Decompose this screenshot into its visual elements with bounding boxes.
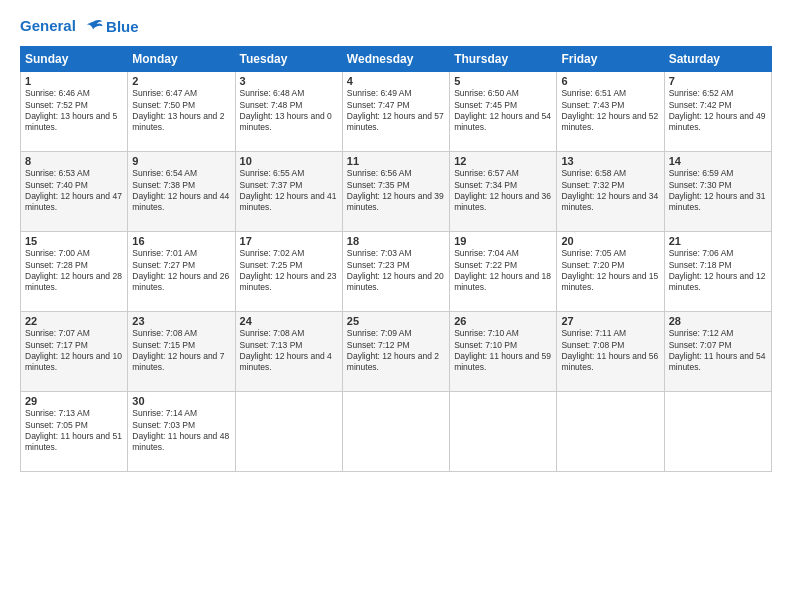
day-info: Sunrise: 7:01 AM Sunset: 7:27 PM Dayligh… (132, 248, 230, 294)
calendar-cell: 13 Sunrise: 6:58 AM Sunset: 7:32 PM Dayl… (557, 152, 664, 232)
calendar-cell: 18 Sunrise: 7:03 AM Sunset: 7:23 PM Dayl… (342, 232, 449, 312)
calendar-cell: 21 Sunrise: 7:06 AM Sunset: 7:18 PM Dayl… (664, 232, 771, 312)
calendar-cell: 29 Sunrise: 7:13 AM Sunset: 7:05 PM Dayl… (21, 392, 128, 472)
day-info: Sunrise: 6:56 AM Sunset: 7:35 PM Dayligh… (347, 168, 445, 214)
day-number: 19 (454, 235, 552, 247)
day-number: 1 (25, 75, 123, 87)
day-number: 18 (347, 235, 445, 247)
day-info: Sunrise: 7:08 AM Sunset: 7:13 PM Dayligh… (240, 328, 338, 374)
day-number: 3 (240, 75, 338, 87)
day-info: Sunrise: 7:04 AM Sunset: 7:22 PM Dayligh… (454, 248, 552, 294)
calendar-cell (557, 392, 664, 472)
logo-general: General (20, 17, 76, 34)
day-number: 7 (669, 75, 767, 87)
calendar-cell: 6 Sunrise: 6:51 AM Sunset: 7:43 PM Dayli… (557, 72, 664, 152)
calendar-cell: 26 Sunrise: 7:10 AM Sunset: 7:10 PM Dayl… (450, 312, 557, 392)
day-info: Sunrise: 6:49 AM Sunset: 7:47 PM Dayligh… (347, 88, 445, 134)
col-header-sunday: Sunday (21, 47, 128, 72)
logo-blue: Blue (106, 19, 139, 36)
day-number: 5 (454, 75, 552, 87)
col-header-wednesday: Wednesday (342, 47, 449, 72)
day-number: 26 (454, 315, 552, 327)
calendar-cell: 14 Sunrise: 6:59 AM Sunset: 7:30 PM Dayl… (664, 152, 771, 232)
calendar-cell: 12 Sunrise: 6:57 AM Sunset: 7:34 PM Dayl… (450, 152, 557, 232)
calendar-cell: 25 Sunrise: 7:09 AM Sunset: 7:12 PM Dayl… (342, 312, 449, 392)
day-number: 23 (132, 315, 230, 327)
day-info: Sunrise: 7:12 AM Sunset: 7:07 PM Dayligh… (669, 328, 767, 374)
day-info: Sunrise: 6:59 AM Sunset: 7:30 PM Dayligh… (669, 168, 767, 214)
calendar-cell: 7 Sunrise: 6:52 AM Sunset: 7:42 PM Dayli… (664, 72, 771, 152)
day-number: 15 (25, 235, 123, 247)
calendar-cell: 30 Sunrise: 7:14 AM Sunset: 7:03 PM Dayl… (128, 392, 235, 472)
day-info: Sunrise: 7:11 AM Sunset: 7:08 PM Dayligh… (561, 328, 659, 374)
day-info: Sunrise: 6:50 AM Sunset: 7:45 PM Dayligh… (454, 88, 552, 134)
day-number: 2 (132, 75, 230, 87)
day-info: Sunrise: 6:53 AM Sunset: 7:40 PM Dayligh… (25, 168, 123, 214)
day-number: 22 (25, 315, 123, 327)
logo-bird-icon (82, 18, 104, 36)
day-info: Sunrise: 7:14 AM Sunset: 7:03 PM Dayligh… (132, 408, 230, 454)
calendar-table: SundayMondayTuesdayWednesdayThursdayFrid… (20, 46, 772, 472)
day-number: 28 (669, 315, 767, 327)
calendar-cell: 16 Sunrise: 7:01 AM Sunset: 7:27 PM Dayl… (128, 232, 235, 312)
day-info: Sunrise: 7:10 AM Sunset: 7:10 PM Dayligh… (454, 328, 552, 374)
day-number: 13 (561, 155, 659, 167)
calendar-cell: 17 Sunrise: 7:02 AM Sunset: 7:25 PM Dayl… (235, 232, 342, 312)
day-info: Sunrise: 7:03 AM Sunset: 7:23 PM Dayligh… (347, 248, 445, 294)
calendar-cell: 9 Sunrise: 6:54 AM Sunset: 7:38 PM Dayli… (128, 152, 235, 232)
calendar-cell: 15 Sunrise: 7:00 AM Sunset: 7:28 PM Dayl… (21, 232, 128, 312)
day-info: Sunrise: 7:00 AM Sunset: 7:28 PM Dayligh… (25, 248, 123, 294)
calendar-cell: 27 Sunrise: 7:11 AM Sunset: 7:08 PM Dayl… (557, 312, 664, 392)
day-info: Sunrise: 6:52 AM Sunset: 7:42 PM Dayligh… (669, 88, 767, 134)
day-number: 17 (240, 235, 338, 247)
day-info: Sunrise: 7:09 AM Sunset: 7:12 PM Dayligh… (347, 328, 445, 374)
day-number: 6 (561, 75, 659, 87)
day-info: Sunrise: 6:47 AM Sunset: 7:50 PM Dayligh… (132, 88, 230, 134)
calendar-cell: 2 Sunrise: 6:47 AM Sunset: 7:50 PM Dayli… (128, 72, 235, 152)
col-header-thursday: Thursday (450, 47, 557, 72)
day-number: 24 (240, 315, 338, 327)
calendar-cell: 22 Sunrise: 7:07 AM Sunset: 7:17 PM Dayl… (21, 312, 128, 392)
day-number: 20 (561, 235, 659, 247)
day-number: 9 (132, 155, 230, 167)
day-number: 27 (561, 315, 659, 327)
calendar-cell: 3 Sunrise: 6:48 AM Sunset: 7:48 PM Dayli… (235, 72, 342, 152)
day-info: Sunrise: 6:58 AM Sunset: 7:32 PM Dayligh… (561, 168, 659, 214)
day-info: Sunrise: 6:55 AM Sunset: 7:37 PM Dayligh… (240, 168, 338, 214)
calendar-cell (235, 392, 342, 472)
day-number: 4 (347, 75, 445, 87)
calendar-cell: 28 Sunrise: 7:12 AM Sunset: 7:07 PM Dayl… (664, 312, 771, 392)
calendar-cell: 11 Sunrise: 6:56 AM Sunset: 7:35 PM Dayl… (342, 152, 449, 232)
day-number: 21 (669, 235, 767, 247)
col-header-friday: Friday (557, 47, 664, 72)
day-info: Sunrise: 6:57 AM Sunset: 7:34 PM Dayligh… (454, 168, 552, 214)
day-number: 16 (132, 235, 230, 247)
day-number: 29 (25, 395, 123, 407)
day-number: 8 (25, 155, 123, 167)
col-header-saturday: Saturday (664, 47, 771, 72)
day-info: Sunrise: 7:02 AM Sunset: 7:25 PM Dayligh… (240, 248, 338, 294)
day-info: Sunrise: 7:06 AM Sunset: 7:18 PM Dayligh… (669, 248, 767, 294)
day-number: 10 (240, 155, 338, 167)
day-info: Sunrise: 7:05 AM Sunset: 7:20 PM Dayligh… (561, 248, 659, 294)
day-number: 11 (347, 155, 445, 167)
calendar-cell: 19 Sunrise: 7:04 AM Sunset: 7:22 PM Dayl… (450, 232, 557, 312)
calendar-cell: 10 Sunrise: 6:55 AM Sunset: 7:37 PM Dayl… (235, 152, 342, 232)
day-info: Sunrise: 7:07 AM Sunset: 7:17 PM Dayligh… (25, 328, 123, 374)
calendar-cell: 20 Sunrise: 7:05 AM Sunset: 7:20 PM Dayl… (557, 232, 664, 312)
day-number: 30 (132, 395, 230, 407)
day-number: 25 (347, 315, 445, 327)
calendar-cell: 1 Sunrise: 6:46 AM Sunset: 7:52 PM Dayli… (21, 72, 128, 152)
calendar-cell: 23 Sunrise: 7:08 AM Sunset: 7:15 PM Dayl… (128, 312, 235, 392)
calendar-cell: 4 Sunrise: 6:49 AM Sunset: 7:47 PM Dayli… (342, 72, 449, 152)
calendar-cell: 24 Sunrise: 7:08 AM Sunset: 7:13 PM Dayl… (235, 312, 342, 392)
col-header-monday: Monday (128, 47, 235, 72)
day-info: Sunrise: 6:51 AM Sunset: 7:43 PM Dayligh… (561, 88, 659, 134)
calendar-cell: 5 Sunrise: 6:50 AM Sunset: 7:45 PM Dayli… (450, 72, 557, 152)
day-number: 12 (454, 155, 552, 167)
day-info: Sunrise: 7:08 AM Sunset: 7:15 PM Dayligh… (132, 328, 230, 374)
col-header-tuesday: Tuesday (235, 47, 342, 72)
calendar-cell (450, 392, 557, 472)
calendar-cell (664, 392, 771, 472)
day-number: 14 (669, 155, 767, 167)
